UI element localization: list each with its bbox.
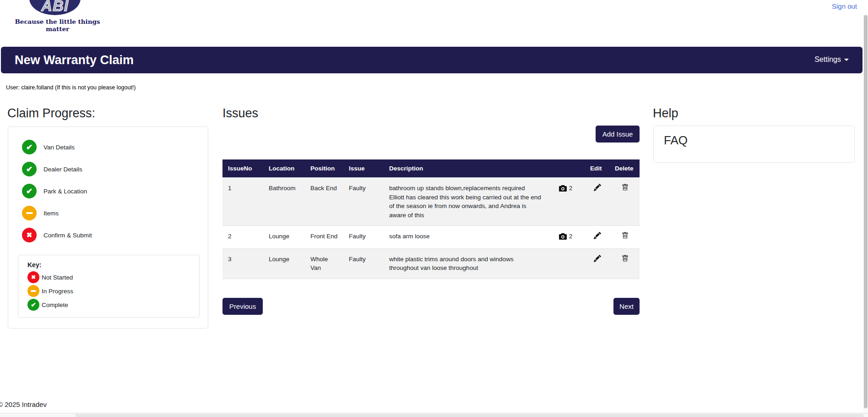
table-row: 1 Bathroom Back End Faulty bathroom up s… [222,178,640,226]
key-item-complete: Complete [27,298,199,312]
photos-cell: 2 [546,178,585,226]
status-not-started-icon [22,228,37,242]
delete-cell [609,248,640,279]
progress-item-label: Van Details [43,144,75,151]
issues-section: Issues Add Issue IssueNo Location Positi… [222,0,640,417]
edit-button[interactable] [594,184,601,191]
progress-item-label: Dealer Details [43,166,82,173]
camera-icon [559,185,567,192]
faq-link[interactable]: FAQ [664,133,688,147]
photo-count: 2 [569,232,573,241]
progress-item-items[interactable]: Items [8,202,208,224]
progress-item-label: Items [43,210,59,217]
claim-progress-panel: Van Details Dealer Details Park & Locati… [8,126,208,329]
location-cell: Bathroom [263,178,305,226]
pencil-icon [594,184,601,191]
location-cell: Lounge [263,226,305,248]
vertical-scrollbar[interactable] [863,14,868,417]
help-heading: Help [653,106,678,121]
status-complete-icon [27,299,39,311]
progress-list: Van Details Dealer Details Park & Locati… [8,127,208,246]
col-header-position: Position [305,159,343,178]
status-in-progress-icon [27,285,39,297]
vertical-scrollbar-thumb[interactable] [864,15,868,408]
location-cell: Lounge [263,248,305,279]
claim-progress-heading: Claim Progress: [7,106,95,121]
delete-cell [609,178,640,226]
camera-icon [559,233,567,240]
trash-icon[interactable] [622,232,629,239]
issue-cell: Faulty [343,178,384,226]
status-not-started-icon [27,271,39,283]
faq-panel: FAQ [653,126,855,163]
col-header-issueno: IssueNo [222,159,263,178]
description-cell: bathroom up stands blown,replacements re… [384,178,546,226]
edit-cell [585,178,609,226]
previous-button[interactable]: Previous [222,298,263,315]
status-complete-icon [22,162,37,176]
table-header-row: IssueNo Location Position Issue Descript… [222,159,640,178]
progress-item-label: Park & Location [43,188,87,195]
description-cell: white plastic trims around doors and win… [384,248,546,279]
key-heading: Key: [27,261,199,269]
col-header-issue: Issue [343,159,384,178]
col-header-edit: Edit [585,159,609,178]
photos-cell [546,248,585,279]
status-in-progress-icon [22,206,37,220]
page: ABI Because the little things matter Sig… [0,0,868,417]
table-row: 2 Lounge Front End Faulty sofa arm loose… [222,226,640,248]
status-complete-icon [22,140,37,154]
claim-progress-section: Claim Progress: Van Details Dealer Detai… [7,0,210,417]
key-item-label: Not Started [42,274,73,281]
issueno-cell: 3 [222,248,263,279]
progress-item-confirm-submit[interactable]: Confirm & Submit [8,224,208,246]
position-cell: Whole Van [305,248,343,279]
status-complete-icon [22,184,37,198]
col-header-delete: Delete [609,159,640,178]
issueno-cell: 2 [222,226,263,248]
next-button[interactable]: Next [613,298,640,315]
progress-item-park-location[interactable]: Park & Location [8,180,208,202]
help-section: Help FAQ [653,0,855,417]
progress-item-label: Confirm & Submit [43,232,92,239]
horizontal-scrollbar[interactable] [0,413,868,417]
col-header-description: Description [384,159,546,178]
edit-button[interactable] [594,232,601,239]
description-cell: sofa arm loose [384,226,546,248]
issueno-cell: 1 [222,178,263,226]
add-issue-button[interactable]: Add Issue [596,126,640,143]
horizontal-scrollbar-thumb[interactable] [76,414,863,417]
edit-button[interactable] [594,255,601,262]
progress-item-dealer-details[interactable]: Dealer Details [8,158,208,180]
issues-table: IssueNo Location Position Issue Descript… [222,159,640,279]
position-cell: Front End [305,226,343,248]
key-item-label: In Progress [42,288,73,295]
issue-cell: Faulty [343,248,384,279]
trash-icon[interactable] [622,184,629,191]
issue-cell: Faulty [343,226,384,248]
key-item-not-started: Not Started [27,270,199,284]
footer-copyright: © 2025 Intradev [0,401,47,408]
table-row: 3 Lounge Whole Van Faulty white plastic … [222,248,640,279]
trash-icon[interactable] [622,255,629,262]
key-box: Key: Not Started In Progress Complete [18,255,200,318]
position-cell: Back End [305,178,343,226]
pencil-icon [594,255,601,262]
key-item-in-progress: In Progress [27,284,199,298]
edit-cell [585,226,609,248]
col-header-location: Location [263,159,305,178]
delete-cell [609,226,640,248]
edit-cell [585,248,609,279]
progress-item-van-details[interactable]: Van Details [8,136,208,158]
key-item-label: Complete [42,302,68,308]
col-header-photos [546,159,585,178]
issues-heading: Issues [222,106,258,121]
pencil-icon [594,232,601,239]
photo-count: 2 [569,184,573,193]
photos-cell: 2 [546,226,585,248]
